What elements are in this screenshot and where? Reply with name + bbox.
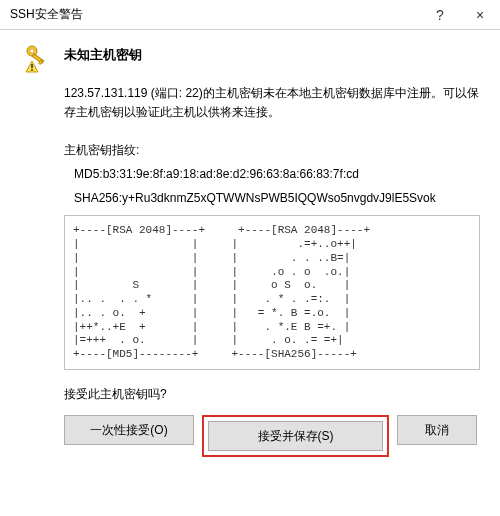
accept-save-button[interactable]: 接受并保存(S) [208, 421, 383, 451]
highlight-frame: 接受并保存(S) [202, 415, 389, 457]
dialog-heading: 未知主机密钥 [64, 42, 142, 64]
titlebar: SSH安全警告 ? × [0, 0, 500, 30]
dialog-message: 123.57.131.119 (端口: 22)的主机密钥未在本地主机密钥数据库中… [64, 84, 480, 122]
svg-point-1 [30, 49, 34, 53]
fingerprint-ascii-art: +----[RSA 2048]----+ +----[RSA 2048]----… [64, 215, 480, 370]
accept-prompt: 接受此主机密钥吗? [64, 386, 480, 403]
dialog-body: 123.57.131.119 (端口: 22)的主机密钥未在本地主机密钥数据库中… [64, 84, 480, 403]
dialog-content: 未知主机密钥 123.57.131.119 (端口: 22)的主机密钥未在本地主… [0, 30, 500, 467]
warning-key-icon [20, 42, 52, 74]
svg-rect-5 [31, 69, 33, 71]
help-icon: ? [436, 7, 444, 23]
help-button[interactable]: ? [420, 0, 460, 30]
accept-once-button[interactable]: 一次性接受(O) [64, 415, 194, 445]
fingerprint-sha256: SHA256:y+Ru3dknmZ5xQTWWNsPWB5IQQWso5nvgd… [74, 191, 480, 205]
header-row: 未知主机密钥 [20, 42, 480, 74]
svg-rect-4 [31, 64, 33, 68]
fingerprint-md5: MD5:b3:31:9e:8f:a9:18:ad:8e:d2:96:63:8a:… [74, 167, 480, 181]
button-row: 一次性接受(O) 接受并保存(S) 取消 [20, 415, 480, 457]
fingerprint-label: 主机密钥指纹: [64, 142, 480, 159]
close-icon: × [476, 7, 484, 23]
cancel-button[interactable]: 取消 [397, 415, 477, 445]
close-button[interactable]: × [460, 0, 500, 30]
window-title: SSH安全警告 [10, 6, 420, 23]
